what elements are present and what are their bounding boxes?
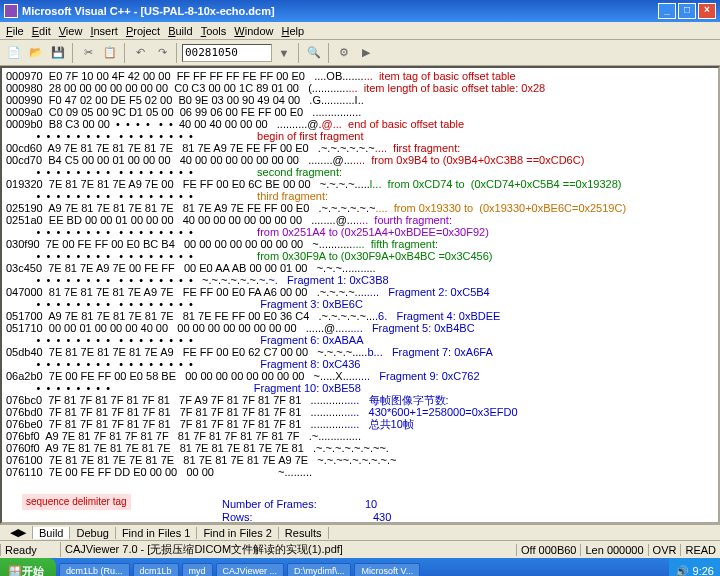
menu-edit[interactable]: Edit	[32, 25, 51, 37]
debug-icon[interactable]: ▶	[356, 43, 376, 63]
status-ovr: OVR	[648, 544, 681, 556]
window-title: Microsoft Visual C++ - [US-PAL-8-10x-ech…	[22, 5, 275, 17]
menu-window[interactable]: Window	[234, 25, 273, 37]
menu-help[interactable]: Help	[281, 25, 304, 37]
toolbar: 📄 📂 💾 ✂ 📋 ↶ ↷ ▼ 🔍 ⚙ ▶	[0, 40, 720, 66]
info-panel: Number of Frames: 10 Rows: 430 Columns: …	[222, 486, 391, 524]
status-len: Len 000000	[580, 544, 647, 556]
tab-results[interactable]: Results	[279, 527, 329, 539]
menu-tools[interactable]: Tools	[201, 25, 227, 37]
start-button[interactable]: 🪟 开始	[0, 558, 56, 576]
task-item[interactable]: D:\mydimf\...	[287, 563, 352, 576]
task-item[interactable]: dcm1Lb	[133, 563, 179, 576]
open-icon[interactable]: 📂	[26, 43, 46, 63]
minimize-button[interactable]: _	[658, 3, 676, 19]
app-icon	[4, 4, 18, 18]
hex-view[interactable]: 000970 E0 7F 10 00 4F 42 00 00 FF FF FF …	[0, 66, 720, 524]
status-offset: Off 000B60	[516, 544, 580, 556]
menu-view[interactable]: View	[59, 25, 83, 37]
tab-build[interactable]: Build	[33, 527, 70, 539]
close-button[interactable]: ×	[698, 3, 716, 19]
status-ready: Ready	[0, 544, 60, 556]
status-read: READ	[680, 544, 720, 556]
output-tabs: ◀▶ Build Debug Find in Files 1 Find in F…	[0, 524, 720, 540]
task-item[interactable]: myd	[182, 563, 213, 576]
menu-project[interactable]: Project	[126, 25, 160, 37]
task-item[interactable]: Microsoft V...	[354, 563, 420, 576]
sequence-label: sequence delimiter tag	[22, 494, 131, 510]
titlebar: Microsoft Visual C++ - [US-PAL-8-10x-ech…	[0, 0, 720, 22]
statusbar: Ready CAJViewer 7.0 - [无损压缩DICOM文件解读的实现(…	[0, 540, 720, 558]
save-icon[interactable]: 💾	[48, 43, 68, 63]
tab-find2[interactable]: Find in Files 2	[197, 527, 278, 539]
dropdown-icon[interactable]: ▼	[274, 43, 294, 63]
menubar: File Edit View Insert Project Build Tool…	[0, 22, 720, 40]
undo-icon[interactable]: ↶	[130, 43, 150, 63]
task-item[interactable]: dcm1Lb (Ru...	[59, 563, 130, 576]
menu-file[interactable]: File	[6, 25, 24, 37]
task-item[interactable]: CAJViewer ...	[216, 563, 284, 576]
address-input[interactable]	[182, 44, 272, 62]
tab-debug[interactable]: Debug	[70, 527, 115, 539]
menu-build[interactable]: Build	[168, 25, 192, 37]
find-icon[interactable]: 🔍	[304, 43, 324, 63]
copy-icon[interactable]: 📋	[100, 43, 120, 63]
tab-find1[interactable]: Find in Files 1	[116, 527, 197, 539]
tray[interactable]: 🔊 9:26	[669, 558, 720, 576]
menu-insert[interactable]: Insert	[90, 25, 118, 37]
maximize-button[interactable]: □	[678, 3, 696, 19]
cut-icon[interactable]: ✂	[78, 43, 98, 63]
build-icon[interactable]: ⚙	[334, 43, 354, 63]
new-icon[interactable]: 📄	[4, 43, 24, 63]
status-doc: CAJViewer 7.0 - [无损压缩DICOM文件解读的实现(1).pdf…	[60, 542, 516, 557]
taskbar: 🪟 开始 dcm1Lb (Ru... dcm1Lb myd CAJViewer …	[0, 558, 720, 576]
redo-icon[interactable]: ↷	[152, 43, 172, 63]
